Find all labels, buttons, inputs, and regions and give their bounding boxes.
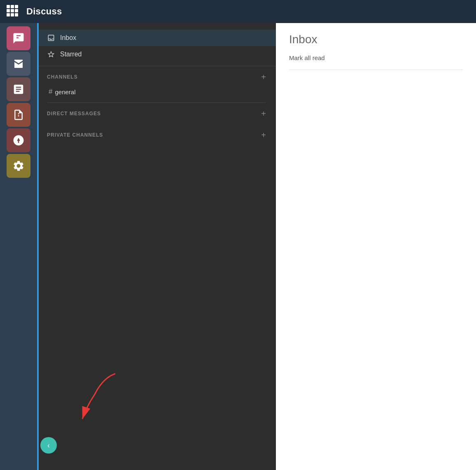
add-channel-button[interactable]: + xyxy=(261,73,266,81)
main-layout: Inbox Starred CHANNELS + # general xyxy=(0,23,476,470)
sidebar-item-discuss[interactable] xyxy=(7,26,30,50)
shop-icon xyxy=(12,58,25,70)
channel-general[interactable]: # general xyxy=(47,84,266,99)
action-bar: Mark all read xyxy=(289,53,463,70)
direct-messages-header: DIRECT MESSAGES + xyxy=(47,109,266,118)
inbox-nav-label: Inbox xyxy=(60,34,76,42)
channel-hash-icon: # xyxy=(49,88,52,96)
sidebar-item-invoice[interactable] xyxy=(7,103,30,127)
sidebar-nav-starred[interactable]: Starred xyxy=(37,46,276,63)
page-title: Inbox xyxy=(289,33,463,46)
sidebar-item-settings[interactable] xyxy=(7,154,30,178)
content-header: Inbox Mark all read xyxy=(276,23,476,70)
direct-messages-section: DIRECT MESSAGES + xyxy=(37,103,276,124)
invoice-icon xyxy=(12,109,25,121)
inventory-icon xyxy=(12,83,25,95)
sidebar-item-inventory[interactable] xyxy=(7,77,30,101)
add-dm-button[interactable]: + xyxy=(261,109,266,118)
starred-nav-label: Starred xyxy=(60,51,82,58)
add-private-channel-button[interactable]: + xyxy=(261,131,266,139)
active-indicator-bar xyxy=(37,23,39,470)
direct-messages-title: DIRECT MESSAGES xyxy=(47,111,101,116)
channels-title: CHANNELS xyxy=(47,74,78,80)
channels-section: CHANNELS + # general xyxy=(37,66,276,102)
apps-menu-icon[interactable] xyxy=(7,5,20,18)
channel-general-label: general xyxy=(55,88,75,95)
accounting-icon xyxy=(12,134,25,147)
inbox-nav-icon xyxy=(47,34,55,42)
star-nav-icon xyxy=(47,50,55,58)
mark-all-read-button[interactable]: Mark all read xyxy=(289,53,325,63)
settings-icon xyxy=(12,160,25,172)
arrow-annotation xyxy=(74,370,124,429)
private-channels-section: PRIVATE CHANNELS + xyxy=(37,124,276,146)
sidebar-nav: Inbox Starred xyxy=(37,23,276,66)
main-content: Inbox Mark all read xyxy=(276,23,476,470)
top-bar: Discuss xyxy=(0,0,476,23)
private-channels-header: PRIVATE CHANNELS + xyxy=(47,131,266,139)
icon-sidebar xyxy=(0,23,37,470)
sidebar-item-accounting[interactable] xyxy=(7,128,30,152)
arrow-svg xyxy=(74,370,124,427)
private-channels-title: PRIVATE CHANNELS xyxy=(47,132,103,138)
discuss-icon xyxy=(12,32,25,44)
chevron-left-icon: ‹ xyxy=(47,442,50,449)
sidebar-item-shop[interactable] xyxy=(7,52,30,76)
app-title: Discuss xyxy=(26,6,62,17)
channels-header: CHANNELS + xyxy=(47,73,266,81)
collapse-sidebar-button[interactable]: ‹ xyxy=(40,437,57,454)
sidebar-nav-inbox[interactable]: Inbox xyxy=(37,30,276,46)
discuss-sidebar: Inbox Starred CHANNELS + # general xyxy=(37,23,276,470)
